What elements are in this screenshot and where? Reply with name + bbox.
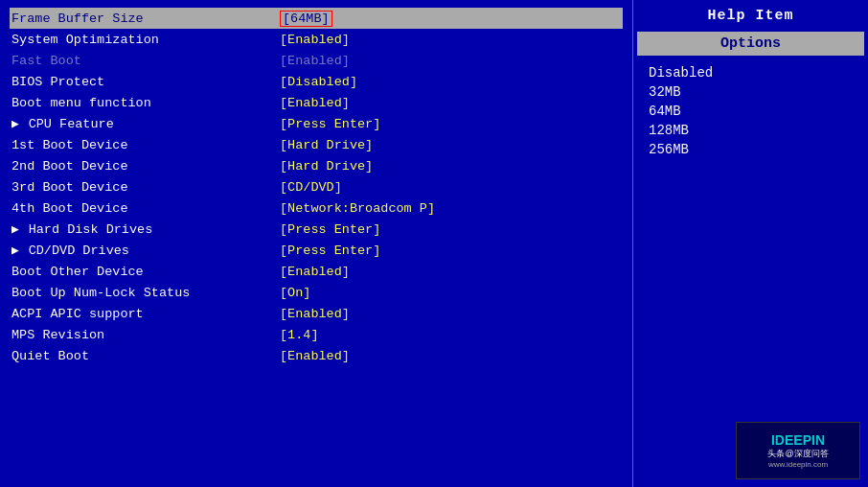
help-item-header: Help Item bbox=[633, 0, 868, 32]
bios-row[interactable]: 1st Boot Device[Hard Drive] bbox=[10, 134, 623, 155]
arrow-icon: ▶ bbox=[11, 117, 27, 131]
bios-value: [1.4] bbox=[280, 328, 319, 342]
bios-row[interactable]: BIOS Protect[Disabled] bbox=[10, 71, 623, 92]
bios-value: [Press Enter] bbox=[280, 117, 380, 131]
bios-label: 3rd Boot Device bbox=[11, 180, 280, 195]
option-item[interactable]: 64MB bbox=[649, 104, 853, 119]
watermark-sub: 头条@深度问答 bbox=[767, 448, 828, 460]
bios-label: MPS Revision bbox=[11, 328, 280, 342]
bios-value: [Enabled] bbox=[280, 96, 350, 110]
bios-value: [Hard Drive] bbox=[280, 138, 373, 152]
bios-value: [Enabled] bbox=[280, 349, 350, 363]
bios-value: [Enabled] bbox=[280, 33, 350, 47]
bios-row[interactable]: 4th Boot Device[Network:Broadcom P] bbox=[10, 197, 623, 219]
arrow-icon: ▶ bbox=[11, 244, 27, 258]
bios-value: [64MB] bbox=[280, 11, 332, 27]
bios-value: [Enabled] bbox=[280, 265, 350, 279]
bios-value: [Enabled] bbox=[280, 307, 350, 321]
bios-value: [Network:Broadcom P] bbox=[280, 201, 435, 216]
bios-value: [Press Enter] bbox=[280, 222, 380, 237]
arrow-icon: ▶ bbox=[11, 222, 27, 237]
bios-label: ▶ Hard Disk Drives bbox=[11, 221, 280, 237]
bios-row[interactable]: Quiet Boot[Enabled] bbox=[10, 345, 623, 366]
left-panel: Frame Buffer Size[64MB]System Optimizati… bbox=[0, 0, 632, 487]
options-list: Disabled32MB64MB128MB256MB bbox=[633, 56, 868, 167]
bios-label: 2nd Boot Device bbox=[11, 159, 280, 174]
bios-row[interactable]: Boot Other Device[Enabled] bbox=[10, 261, 623, 282]
bios-row[interactable]: ▶ CPU Feature[Press Enter] bbox=[10, 113, 623, 134]
bios-value: [Enabled] bbox=[280, 54, 350, 68]
bios-label: ACPI APIC support bbox=[11, 307, 280, 321]
bios-row[interactable]: System Optimization[Enabled] bbox=[10, 29, 623, 50]
bios-label: ▶ CD/DVD Drives bbox=[11, 243, 280, 258]
right-panel: Help Item Options Disabled32MB64MB128MB2… bbox=[632, 0, 868, 487]
bios-row[interactable]: Frame Buffer Size[64MB] bbox=[10, 8, 623, 29]
bios-label: System Optimization bbox=[11, 33, 280, 47]
watermark-url: www.ideepin.com bbox=[768, 460, 828, 469]
bios-label: Fast Boot bbox=[11, 54, 280, 68]
bios-label: Boot Up Num-Lock Status bbox=[11, 286, 280, 300]
option-item[interactable]: 128MB bbox=[649, 123, 853, 138]
bios-row[interactable]: Fast Boot[Enabled] bbox=[10, 50, 623, 71]
bios-label: ▶ CPU Feature bbox=[11, 116, 280, 131]
bios-label: BIOS Protect bbox=[11, 75, 280, 89]
option-item[interactable]: Disabled bbox=[649, 65, 853, 81]
bios-label: Boot Other Device bbox=[11, 265, 280, 279]
watermark-logo: IDEEPIN bbox=[771, 432, 825, 448]
bios-row[interactable]: 2nd Boot Device[Hard Drive] bbox=[10, 155, 623, 176]
bios-label: 1st Boot Device bbox=[11, 138, 280, 152]
options-header: Options bbox=[637, 32, 864, 56]
bios-row[interactable]: 3rd Boot Device[CD/DVD] bbox=[10, 176, 623, 197]
bios-row[interactable]: Boot Up Num-Lock Status[On] bbox=[10, 282, 623, 303]
bios-row[interactable]: ▶ Hard Disk Drives[Press Enter] bbox=[10, 219, 623, 240]
option-item[interactable]: 256MB bbox=[649, 142, 853, 157]
option-item[interactable]: 32MB bbox=[649, 84, 853, 100]
bios-label: Boot menu function bbox=[11, 96, 280, 110]
bios-row[interactable]: MPS Revision[1.4] bbox=[10, 324, 623, 345]
bios-value: [On] bbox=[280, 286, 310, 300]
bios-row[interactable]: Boot menu function[Enabled] bbox=[10, 92, 623, 113]
bios-value: [Press Enter] bbox=[280, 244, 380, 258]
bios-label: 4th Boot Device bbox=[11, 201, 280, 216]
bios-value: [CD/DVD] bbox=[280, 180, 342, 195]
bios-row[interactable]: ▶ CD/DVD Drives[Press Enter] bbox=[10, 240, 623, 261]
bios-value: [Hard Drive] bbox=[280, 159, 373, 174]
watermark: IDEEPIN 头条@深度问答 www.ideepin.com bbox=[736, 422, 860, 479]
bios-row[interactable]: ACPI APIC support[Enabled] bbox=[10, 303, 623, 324]
bios-label: Frame Buffer Size bbox=[11, 12, 280, 26]
bios-screen: Frame Buffer Size[64MB]System Optimizati… bbox=[0, 0, 868, 487]
bios-label: Quiet Boot bbox=[11, 349, 280, 363]
bios-value: [Disabled] bbox=[280, 75, 357, 89]
